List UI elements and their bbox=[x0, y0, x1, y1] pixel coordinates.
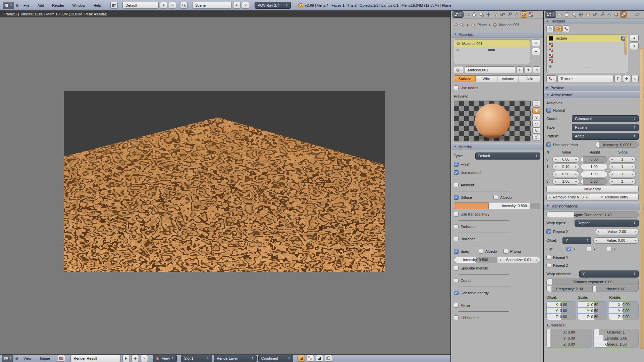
new-image-button[interactable] bbox=[131, 355, 139, 362]
mode-halo-button[interactable]: Halo bbox=[519, 75, 540, 82]
scale-y-field[interactable]: Y: 0.50 bbox=[578, 308, 607, 314]
offset-axis-selector[interactable]: Y bbox=[562, 237, 591, 244]
value-field[interactable]: 1.00 bbox=[552, 178, 579, 185]
material-slot-item[interactable]: Material.001 bbox=[454, 40, 530, 47]
texture-tab[interactable] bbox=[528, 11, 534, 18]
scale-x-field[interactable]: X: 0.50 bbox=[578, 302, 607, 308]
lambda-field[interactable]: Lambda: 1.00 bbox=[594, 335, 639, 341]
offset-z-field[interactable]: Z: 0.00 bbox=[547, 314, 576, 320]
fake-user-button[interactable]: F bbox=[122, 355, 130, 362]
frequency-slider[interactable]: Frequency: 2.00 bbox=[546, 286, 592, 292]
pattern-selector[interactable]: Agate bbox=[572, 133, 639, 140]
offset-value-field[interactable]: Value: 0.00 bbox=[593, 237, 639, 244]
mode-wire-button[interactable]: Wire bbox=[475, 75, 497, 82]
physics-tab[interactable] bbox=[634, 11, 641, 18]
constraints-tab[interactable] bbox=[592, 11, 598, 18]
repeat-y-checkbox[interactable] bbox=[546, 255, 551, 260]
object-data-tab[interactable] bbox=[514, 11, 520, 18]
properties-editor-type-button[interactable] bbox=[452, 11, 464, 18]
unlink-texture-button[interactable] bbox=[631, 75, 639, 82]
diffuse-intensity-slider[interactable]: Intensity: 0.800 bbox=[489, 203, 540, 209]
new-entry-button[interactable]: New entry bbox=[546, 186, 639, 192]
menu-image[interactable]: Image bbox=[37, 355, 54, 362]
texture-name-field[interactable]: Texture bbox=[557, 75, 613, 82]
render-layers-tab[interactable] bbox=[564, 11, 570, 18]
resize-handle[interactable] bbox=[584, 66, 590, 67]
slope-field[interactable]: 1 bbox=[609, 178, 636, 185]
textures-panel-header[interactable]: ▼ Textures bbox=[544, 19, 644, 23]
properties-editor-type-button[interactable] bbox=[545, 11, 556, 18]
warp-orientation-selector[interactable]: Y bbox=[579, 270, 639, 278]
add-material-slot-button[interactable]: ✚ bbox=[532, 40, 540, 47]
world-tab[interactable] bbox=[578, 11, 584, 18]
slope-field[interactable]: 1 bbox=[609, 156, 636, 163]
menu-render[interactable]: Render bbox=[49, 2, 67, 9]
use-transparency-checkbox[interactable] bbox=[454, 212, 459, 217]
modifiers-tab[interactable] bbox=[599, 11, 605, 18]
render-layer-selector[interactable]: RenderLayer bbox=[214, 355, 257, 362]
turbulence-z-field[interactable]: Z: 0.00 bbox=[547, 341, 592, 347]
empty-texture-slot-icon[interactable] bbox=[549, 59, 553, 63]
rotate-y-field[interactable]: Y: 0.00 bbox=[609, 308, 638, 314]
object-tab[interactable] bbox=[492, 11, 499, 18]
texture-tab[interactable] bbox=[620, 11, 627, 18]
remove-material-slot-button[interactable]: ━ bbox=[532, 48, 540, 55]
preview-flat-button[interactable] bbox=[532, 101, 540, 107]
omega-field[interactable]: Omega: 1.00 bbox=[594, 341, 639, 347]
world-tab[interactable] bbox=[485, 11, 492, 18]
emission-checkbox[interactable] bbox=[454, 224, 459, 229]
object-tab[interactable] bbox=[585, 11, 591, 18]
diffuse-color-swatch[interactable] bbox=[454, 202, 489, 209]
draw-channels-color-button[interactable] bbox=[298, 355, 305, 362]
draw-channels-zbuffer-button[interactable] bbox=[316, 355, 323, 362]
list-scrollbar[interactable] bbox=[625, 36, 627, 55]
new-texture-button[interactable] bbox=[623, 75, 630, 82]
spec-size-field[interactable]: Spec size: 0.01 bbox=[497, 257, 541, 263]
accuracy-slider[interactable]: Accuracy: 0.0001 bbox=[596, 141, 639, 148]
height-field[interactable]: 1.00 bbox=[581, 171, 607, 177]
new-material-button[interactable] bbox=[525, 66, 532, 73]
image-editor-type-button[interactable] bbox=[2, 355, 13, 362]
value-field[interactable]: 0.00 bbox=[552, 156, 579, 163]
height-field[interactable]: 0.00 bbox=[581, 156, 607, 163]
screen-layout-selector[interactable]: Default bbox=[122, 2, 159, 9]
constraints-tab[interactable] bbox=[499, 11, 506, 18]
add-slot-icon[interactable] bbox=[549, 64, 552, 69]
normal-checkbox[interactable] bbox=[546, 108, 551, 113]
phong-checkbox[interactable] bbox=[503, 249, 508, 254]
offset-x-field[interactable]: X: 0.00 bbox=[547, 302, 576, 308]
render-layers-tab[interactable] bbox=[471, 11, 478, 18]
offset-y-field[interactable]: Y: 0.00 bbox=[547, 308, 576, 314]
image-datablock-name[interactable]: Render Result bbox=[70, 355, 121, 362]
empty-texture-slot-icon[interactable] bbox=[549, 54, 553, 58]
delete-scene-button[interactable] bbox=[242, 2, 249, 9]
mirror-checkbox[interactable] bbox=[454, 303, 459, 308]
particles-tab[interactable] bbox=[535, 11, 541, 18]
texture-slot-down-button[interactable]: ▼ bbox=[630, 43, 639, 50]
other-texture-context-button[interactable] bbox=[562, 25, 570, 32]
use-slope-map-checkbox[interactable] bbox=[546, 142, 551, 147]
repeat-z-checkbox[interactable] bbox=[546, 263, 551, 268]
material-texture-context-button[interactable] bbox=[554, 25, 562, 32]
scale-z-field[interactable]: Z: 0.50 bbox=[578, 314, 607, 320]
node-icon[interactable] bbox=[460, 23, 465, 27]
scene-tab[interactable] bbox=[571, 11, 577, 18]
breadcrumb-material[interactable]: Material.001 bbox=[499, 23, 520, 27]
preview-monkey-button[interactable] bbox=[532, 121, 540, 127]
render-pass-selector[interactable]: Combined bbox=[258, 355, 293, 362]
transformations-panel-header[interactable]: ▼ Transformations bbox=[544, 202, 644, 209]
use-nodes-checkbox[interactable] bbox=[454, 85, 459, 90]
conserve-energy-checkbox[interactable] bbox=[454, 291, 459, 295]
brilliance-checkbox[interactable] bbox=[454, 237, 459, 241]
material-name-field[interactable]: Material.001 bbox=[465, 66, 515, 73]
add-slot-icon[interactable] bbox=[456, 48, 459, 52]
pin-icon[interactable] bbox=[454, 23, 458, 27]
render-slot-selector[interactable]: Slot 1 bbox=[181, 355, 212, 362]
breadcrumb-object[interactable]: Plane bbox=[477, 23, 487, 27]
crand-checkbox[interactable] bbox=[454, 278, 459, 283]
slope-field[interactable]: 1 bbox=[609, 171, 636, 177]
slope-field[interactable]: 1 bbox=[609, 164, 636, 170]
material-tab[interactable] bbox=[521, 11, 527, 18]
texture-datablock-icon[interactable] bbox=[546, 75, 556, 82]
unlink-image-button[interactable] bbox=[141, 355, 148, 362]
